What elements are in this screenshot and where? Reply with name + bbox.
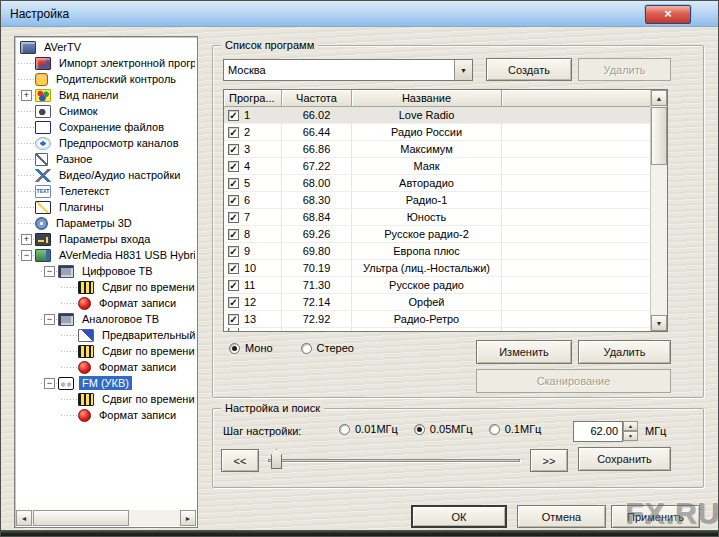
scrollbar-thumb[interactable]	[33, 510, 129, 526]
slider-thumb[interactable]	[271, 449, 282, 469]
stereo-radio-option[interactable]: Стерео	[301, 342, 354, 354]
tuning-step-label: Шаг настройки:	[223, 425, 301, 437]
checkbox-checked-icon[interactable]: ✓	[228, 144, 239, 155]
program-list-combobox[interactable]: Москва ▼	[223, 59, 473, 81]
table-row[interactable]: ✓1372.92Радио-Ретро	[224, 311, 650, 328]
column-header[interactable]: Програ...	[224, 90, 282, 107]
tuning-step-option[interactable]: 0.05МГц	[414, 423, 473, 435]
tuning-step-option[interactable]: 0.01МГц	[339, 423, 398, 435]
table-row[interactable]: ✓366.86Максимум	[224, 141, 650, 158]
tree-item[interactable]: Формат записи	[17, 359, 195, 375]
tree-item[interactable]: −FM (УКВ)	[17, 375, 195, 391]
collapse-icon[interactable]: −	[44, 378, 55, 389]
table-row[interactable]: ✓1272.14Орфей	[224, 294, 650, 311]
tree-item[interactable]: Предпросмотр каналов	[17, 135, 195, 151]
table-row[interactable]: ✓869.26Русское радио-2	[224, 226, 650, 243]
tree-item[interactable]: −Аналоговое ТВ	[17, 311, 195, 327]
frequency-slider[interactable]	[263, 448, 525, 473]
tree-item[interactable]: Импорт электронной прогр	[17, 55, 195, 71]
collapse-icon[interactable]: −	[44, 314, 55, 325]
cancel-button[interactable]: Отмена	[517, 505, 606, 528]
tree-item[interactable]: Предварительный	[17, 327, 195, 343]
ok-button[interactable]: ОК	[411, 505, 507, 528]
seek-forward-button[interactable]: >>	[530, 449, 568, 472]
collapse-icon[interactable]: −	[21, 250, 32, 261]
tree-item[interactable]: +Вид панели	[17, 87, 195, 103]
video-audio-icon	[35, 169, 51, 182]
table-row[interactable]: ✓768.84Юность	[224, 209, 650, 226]
mono-radio-option[interactable]: Моно	[229, 342, 273, 354]
frequency-input[interactable]: 62.00	[573, 421, 623, 442]
close-button[interactable]: ×	[645, 5, 691, 24]
column-header[interactable]: Название	[352, 90, 502, 107]
expand-icon[interactable]: +	[21, 234, 32, 245]
tree-item[interactable]: −AVerMedia H831 USB Hybrid	[17, 247, 195, 263]
checkbox-checked-icon[interactable]: ✓	[228, 229, 239, 240]
tree-item-label: Вид панели	[56, 88, 121, 102]
scroll-left-button[interactable]: ◄	[16, 510, 32, 526]
tree-item[interactable]: +Параметры входа	[17, 231, 195, 247]
checkbox-checked-icon[interactable]: ✓	[228, 297, 239, 308]
scroll-down-button[interactable]: ▼	[651, 315, 667, 331]
delete-channel-button[interactable]: Удалить	[578, 340, 671, 364]
scrollbar-thumb[interactable]	[651, 107, 667, 165]
table-row[interactable]: ✓266.44Радио России	[224, 124, 650, 141]
checkbox-checked-icon[interactable]: ✓	[228, 314, 239, 325]
tree-item[interactable]: Параметры 3D	[17, 215, 195, 231]
program-number: 9	[244, 245, 250, 257]
chevron-down-icon: ▼	[460, 67, 467, 74]
tree-item[interactable]: −Цифровое ТВ	[17, 263, 195, 279]
tree-item[interactable]: Сдвиг по времени	[17, 343, 195, 359]
delete-list-button[interactable]: Удалить	[578, 58, 671, 81]
slider-track[interactable]	[268, 459, 520, 462]
checkbox-checked-icon[interactable]: ✓	[228, 178, 239, 189]
tree-item[interactable]: Сохранение файлов	[17, 119, 195, 135]
table-row[interactable]: ✓568.00Авторадио	[224, 175, 650, 192]
create-button[interactable]: Создать	[486, 58, 572, 81]
tree-horizontal-scrollbar[interactable]: ◄ ►	[16, 510, 196, 526]
table-row[interactable]: ✓166.02Love Radio	[224, 107, 650, 124]
scroll-right-button[interactable]: ►	[180, 510, 196, 526]
scrollbar-track[interactable]	[32, 510, 180, 526]
tree-item[interactable]: Сдвиг по времени	[17, 391, 195, 407]
spin-down-button[interactable]: ▼	[623, 431, 638, 441]
checkbox-checked-icon[interactable]: ✓	[228, 263, 239, 274]
expand-icon[interactable]: +	[21, 90, 32, 101]
tree-item[interactable]: TEXTТелетекст	[17, 183, 195, 199]
checkbox-checked-icon[interactable]: ✓	[228, 246, 239, 257]
title-bar[interactable]: Настройка	[1, 1, 718, 27]
table-row[interactable]: ✓1070.19Ультра (лиц.-Ностальжи)	[224, 260, 650, 277]
collapse-icon[interactable]: −	[44, 266, 55, 277]
scroll-up-button[interactable]: ▲	[651, 90, 667, 106]
scan-button[interactable]: Сканирование	[476, 369, 671, 393]
tree-item[interactable]: Видео/Аудио настройки	[17, 167, 195, 183]
checkbox-checked-icon[interactable]: ✓	[228, 195, 239, 206]
edit-button[interactable]: Изменить	[476, 340, 572, 364]
checkbox-checked-icon[interactable]: ✓	[228, 110, 239, 121]
table-row[interactable]: ✓1171.30Русское радио	[224, 277, 650, 294]
column-header[interactable]	[502, 90, 650, 107]
tree-item[interactable]: Родительский контроль	[17, 71, 195, 87]
tree-item[interactable]: AVerTV	[17, 39, 195, 55]
seek-back-button[interactable]: <<	[221, 449, 259, 472]
tree-item[interactable]: Плагины	[17, 199, 195, 215]
tree-item[interactable]: Сдвиг по времени	[17, 279, 195, 295]
checkbox-checked-icon[interactable]: ✓	[228, 161, 239, 172]
tuning-step-option[interactable]: 0.1МГц	[489, 423, 542, 435]
table-row[interactable]: ✓467.22Маяк	[224, 158, 650, 175]
tree-item[interactable]: Формат записи	[17, 295, 195, 311]
table-vertical-scrollbar[interactable]: ▲ ▼	[650, 90, 667, 331]
table-row[interactable]: ✓969.80Европа плюс	[224, 243, 650, 260]
table-row[interactable]: ✓668.30Радио-1	[224, 192, 650, 209]
spin-up-button[interactable]: ▲	[623, 421, 638, 431]
checkbox-checked-icon[interactable]: ✓	[228, 212, 239, 223]
tree-item[interactable]: Формат записи	[17, 407, 195, 423]
save-button[interactable]: Сохранить	[578, 447, 671, 471]
channel-table: Програ...ЧастотаНазвание ✓166.02Love Rad…	[223, 89, 668, 332]
checkbox-checked-icon[interactable]: ✓	[228, 280, 239, 291]
tree-item[interactable]: Разное	[17, 151, 195, 167]
combobox-dropdown-button[interactable]: ▼	[454, 60, 472, 80]
column-header[interactable]: Частота	[282, 90, 352, 107]
checkbox-checked-icon[interactable]: ✓	[228, 127, 239, 138]
tree-item[interactable]: Снимок	[17, 103, 195, 119]
